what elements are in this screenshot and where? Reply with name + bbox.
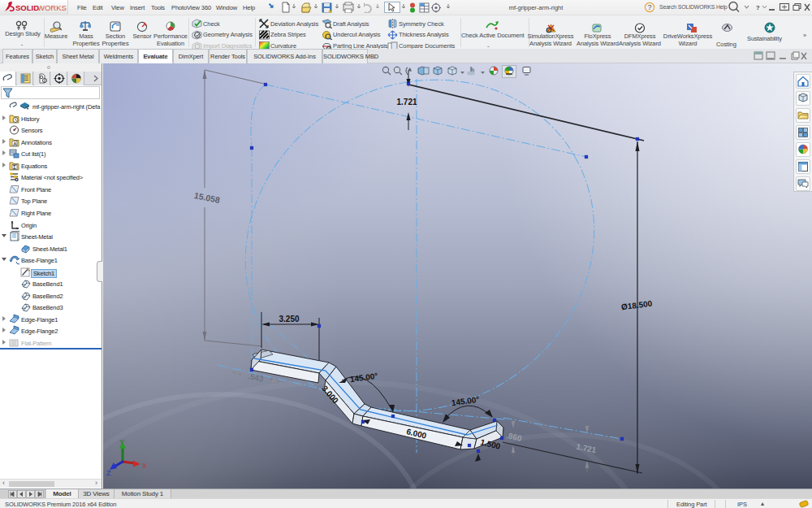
svg-text:1.721: 1.721 xyxy=(396,98,417,106)
svg-text:Z: Z xyxy=(106,469,111,477)
svg-text:WORKS: WORKS xyxy=(37,3,67,12)
svg-text:Ø18.500: Ø18.500 xyxy=(620,299,653,312)
svg-text:Σ: Σ xyxy=(13,164,16,170)
svg-text:1.721: 1.721 xyxy=(576,442,598,455)
svg-text:3.250: 3.250 xyxy=(279,315,299,323)
svg-text:Y: Y xyxy=(119,438,124,446)
svg-text:.543: .543 xyxy=(247,371,265,384)
svg-text:X: X xyxy=(142,462,147,470)
svg-text:15.058: 15.058 xyxy=(193,190,221,205)
svg-text:?: ? xyxy=(648,3,652,11)
svg-text:SOLID: SOLID xyxy=(15,3,39,12)
